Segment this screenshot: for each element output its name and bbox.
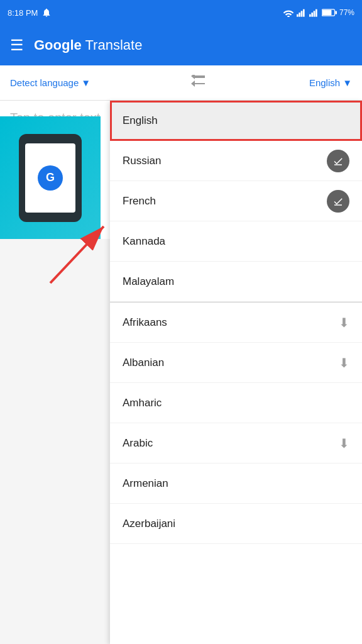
dropdown-item-arabic-label: Arabic bbox=[123, 437, 153, 450]
dropdown-item-amharic[interactable]: Amharic bbox=[110, 383, 362, 423]
dropdown-item-azerbaijani-label: Azerbaijani bbox=[123, 518, 175, 530]
afrikaans-download-icon: ⬇ bbox=[339, 315, 349, 330]
dropdown-item-kannada-label: Kannada bbox=[123, 235, 165, 248]
dropdown-english-wrapper: English bbox=[110, 101, 362, 141]
russian-download-badge bbox=[327, 150, 349, 172]
detect-language-chevron: ▼ bbox=[81, 77, 90, 88]
status-bar-left: 8:18 PM bbox=[8, 8, 52, 18]
dropdown-item-armenian[interactable]: Armenian bbox=[110, 464, 362, 504]
status-bar-right: 77% bbox=[283, 8, 354, 17]
dropdown-item-english-label: English bbox=[123, 114, 158, 127]
promo-image: G bbox=[0, 116, 101, 239]
target-language-label: English bbox=[309, 77, 340, 88]
status-bar: 8:18 PM 77% bbox=[0, 0, 362, 25]
app-title-normal: Translate bbox=[82, 37, 143, 53]
svg-rect-4 bbox=[309, 14, 311, 17]
dropdown-item-albanian-label: Albanian bbox=[123, 357, 164, 369]
battery-icon bbox=[322, 8, 337, 17]
svg-rect-10 bbox=[322, 10, 332, 16]
svg-rect-3 bbox=[303, 9, 305, 17]
hamburger-menu-button[interactable]: ☰ bbox=[10, 36, 24, 54]
arabic-download-icon: ⬇ bbox=[339, 436, 349, 451]
dropdown-item-malayalam[interactable]: Malayalam bbox=[110, 262, 362, 302]
svg-rect-2 bbox=[301, 11, 303, 16]
language-bar: Detect language ▼ English ▼ bbox=[0, 65, 362, 101]
svg-rect-6 bbox=[314, 11, 315, 16]
app-bar: ☰ Google Translate bbox=[0, 25, 362, 65]
target-language-chevron: ▼ bbox=[343, 77, 352, 88]
time-display: 8:18 PM bbox=[8, 8, 38, 18]
dropdown-item-english[interactable]: English bbox=[110, 101, 362, 141]
dropdown-item-armenian-label: Armenian bbox=[123, 477, 168, 490]
signal-icon bbox=[297, 8, 307, 17]
app-title: Google Translate bbox=[34, 37, 142, 53]
dropdown-item-russian[interactable]: Russian bbox=[110, 141, 362, 181]
dropdown-item-french[interactable]: French bbox=[110, 181, 362, 221]
dropdown-item-malayalam-label: Malayalam bbox=[123, 275, 174, 288]
dropdown-item-albanian[interactable]: Albanian ⬇ bbox=[110, 343, 362, 383]
dropdown-item-afrikaans[interactable]: Afrikaans ⬇ bbox=[110, 303, 362, 343]
notification-icon bbox=[41, 8, 52, 18]
dropdown-item-amharic-label: Amharic bbox=[123, 397, 162, 409]
language-dropdown: English Russian French Kannada Malayalam… bbox=[110, 101, 362, 644]
dropdown-item-afrikaans-label: Afrikaans bbox=[123, 316, 167, 329]
dropdown-item-russian-label: Russian bbox=[123, 155, 161, 167]
g-logo: G bbox=[38, 165, 63, 191]
svg-rect-7 bbox=[315, 9, 317, 17]
dropdown-item-azerbaijani[interactable]: Azerbaijani bbox=[110, 504, 362, 544]
app-title-bold: Google bbox=[34, 37, 82, 53]
battery-percent: 77% bbox=[339, 8, 354, 17]
target-language-button[interactable]: English ▼ bbox=[309, 77, 352, 88]
phone-screen: G bbox=[25, 143, 75, 213]
svg-rect-0 bbox=[297, 14, 299, 17]
dropdown-item-french-label: French bbox=[123, 195, 156, 208]
svg-rect-5 bbox=[311, 13, 313, 17]
detect-language-button[interactable]: Detect language ▼ bbox=[10, 77, 90, 88]
dropdown-item-kannada[interactable]: Kannada bbox=[110, 221, 362, 262]
signal2-icon bbox=[309, 8, 319, 17]
svg-rect-1 bbox=[299, 13, 300, 17]
detect-language-label: Detect language bbox=[10, 77, 79, 88]
albanian-download-icon: ⬇ bbox=[339, 355, 349, 370]
french-download-badge bbox=[327, 190, 349, 213]
swap-languages-button[interactable] bbox=[191, 75, 209, 91]
wifi-icon bbox=[283, 8, 294, 17]
dropdown-item-arabic[interactable]: Arabic ⬇ bbox=[110, 423, 362, 464]
phone-graphic: G bbox=[19, 134, 82, 222]
svg-rect-9 bbox=[335, 11, 337, 14]
